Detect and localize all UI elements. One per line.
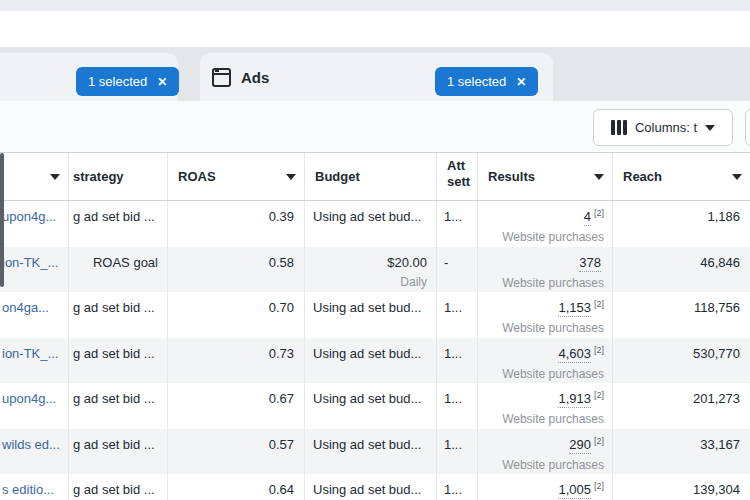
roas-cell: 0.73 — [168, 338, 305, 384]
bid-strategy-cell: g ad set bid ... — [69, 474, 168, 500]
close-icon[interactable]: ✕ — [157, 76, 167, 88]
column-header-reach[interactable]: Reach — [613, 153, 750, 200]
sort-arrow-icon — [286, 174, 296, 180]
table-header-row: strategy ROAS Budget Att sett Results Re… — [0, 153, 750, 201]
bid-strategy-cell: g ad set bid ... — [69, 429, 168, 475]
attribution-cell: 1... — [437, 474, 478, 500]
table-body: upon4g... g ad set bid ... 0.39 Using ad… — [0, 201, 750, 500]
reach-cell: 1,186 — [613, 201, 750, 247]
ad-name-link[interactable]: s editio... — [2, 482, 54, 497]
columns-icon — [611, 120, 627, 135]
table-row[interactable]: upon4g... g ad set bid ... 0.67 Using ad… — [0, 383, 750, 429]
ads-data-table: strategy ROAS Budget Att sett Results Re… — [0, 152, 750, 500]
level-tabbar: Ads 1 selected ✕ 1 selected ✕ — [0, 47, 750, 101]
sort-arrow-icon — [50, 174, 60, 180]
results-cell: 4[2] Website purchases — [478, 201, 613, 247]
results-value[interactable]: 4 — [584, 209, 591, 226]
results-footnote: [2] — [594, 481, 604, 491]
column-header-roas[interactable]: ROAS — [168, 153, 305, 200]
ad-name-link[interactable]: ion-TK_... — [2, 346, 58, 361]
results-value[interactable]: 290 — [569, 437, 591, 454]
results-cell: 290[2] Website purchases — [478, 429, 613, 475]
columns-button[interactable]: Columns: t — [593, 109, 733, 146]
results-value[interactable]: 1,005 — [558, 482, 591, 499]
results-cell: 4,603[2] Website purchases — [478, 338, 613, 384]
reach-cell: 33,167 — [613, 429, 750, 475]
results-footnote: [2] — [594, 436, 604, 446]
results-type-label: Website purchases — [478, 318, 604, 338]
table-row[interactable]: s editio... g ad set bid ... 0.64 Using … — [0, 474, 750, 500]
selected-filter-badge-left[interactable]: 1 selected ✕ — [76, 67, 179, 96]
results-footnote: [2] — [594, 208, 604, 218]
budget-cell: Using ad set bud... — [305, 474, 437, 500]
attribution-cell: 1... — [437, 292, 478, 338]
roas-cell: 0.39 — [168, 201, 305, 247]
results-type-label: Website purchases — [478, 227, 604, 247]
ad-name-link[interactable]: wilds ed... — [2, 437, 60, 452]
sort-arrow-icon — [594, 174, 604, 180]
tab-ads-label: Ads — [241, 69, 269, 86]
table-row[interactable]: upon4g... g ad set bid ... 0.39 Using ad… — [0, 201, 750, 247]
bid-strategy-cell: g ad set bid ... — [69, 338, 168, 384]
ad-name-link[interactable]: on4ga... — [2, 300, 49, 315]
reach-cell: 118,756 — [613, 292, 750, 338]
results-value[interactable]: 1,913 — [558, 391, 591, 408]
reach-cell: 139,304 — [613, 474, 750, 500]
bid-strategy-cell: ROAS goal — [69, 247, 168, 293]
ad-name-link[interactable]: upon4g... — [2, 391, 56, 406]
table-row[interactable]: on4ga... g ad set bid ... 0.70 Using ad … — [0, 292, 750, 338]
results-cell: 378 Website purchases — [478, 247, 613, 293]
bid-strategy-cell: g ad set bid ... — [69, 383, 168, 429]
budget-period-label: Daily — [307, 272, 427, 292]
reach-cell: 201,273 — [613, 383, 750, 429]
results-value[interactable]: 378 — [579, 255, 601, 272]
results-type-label: Website purchases — [478, 455, 604, 475]
column-header-name[interactable] — [0, 153, 69, 200]
scrollbar-thumb[interactable] — [0, 153, 4, 287]
column-header-attribution[interactable]: Att sett — [437, 153, 478, 200]
roas-cell: 0.70 — [168, 292, 305, 338]
breakdown-button-partial[interactable] — [745, 109, 750, 146]
results-cell: 1,005[2] Website purchases — [478, 474, 613, 500]
results-cell: 1,153[2] Website purchases — [478, 292, 613, 338]
results-value[interactable]: 4,603 — [558, 346, 591, 363]
attribution-cell: 1... — [437, 429, 478, 475]
budget-cell: Using ad set bud... — [305, 429, 437, 475]
roas-cell: 0.57 — [168, 429, 305, 475]
budget-cell: Using ad set bud... — [305, 338, 437, 384]
attribution-cell: - — [437, 247, 478, 293]
attribution-cell: 1... — [437, 383, 478, 429]
budget-cell: Using ad set bud... — [305, 292, 437, 338]
results-cell: 1,913[2] Website purchases — [478, 383, 613, 429]
close-icon[interactable]: ✕ — [516, 76, 526, 88]
column-header-strategy[interactable]: strategy — [69, 153, 168, 200]
results-value[interactable]: 1,153 — [558, 300, 591, 317]
table-row[interactable]: wilds ed... g ad set bid ... 0.57 Using … — [0, 429, 750, 475]
bid-strategy-cell: g ad set bid ... — [69, 292, 168, 338]
ads-tab-icon — [212, 68, 231, 87]
reach-cell: 530,770 — [613, 338, 750, 384]
roas-cell: 0.58 — [168, 247, 305, 293]
sort-arrow-icon — [732, 174, 742, 180]
ad-name-link[interactable]: upon4g... — [2, 209, 56, 224]
top-chrome-strip — [0, 0, 750, 11]
selected-badge-label: 1 selected — [88, 74, 147, 89]
table-row[interactable]: ion-TK_... g ad set bid ... 0.73 Using a… — [0, 338, 750, 384]
results-footnote: [2] — [594, 299, 604, 309]
column-header-results[interactable]: Results — [478, 153, 613, 200]
table-row[interactable]: ion-TK_... ROAS goal 0.58 $20.00 Daily -… — [0, 247, 750, 293]
ad-name-link[interactable]: ion-TK_... — [2, 255, 58, 270]
selected-badge-label: 1 selected — [447, 74, 506, 89]
reach-cell: 46,846 — [613, 247, 750, 293]
results-footnote: [2] — [594, 390, 604, 400]
column-header-budget[interactable]: Budget — [305, 153, 437, 200]
columns-button-label: Columns: t — [635, 120, 697, 135]
budget-cell: Using ad set bud... — [305, 201, 437, 247]
budget-cell: Using ad set bud... — [305, 383, 437, 429]
roas-cell: 0.64 — [168, 474, 305, 500]
header-spacer — [0, 11, 750, 47]
bid-strategy-cell: g ad set bid ... — [69, 201, 168, 247]
results-type-label: Website purchases — [478, 409, 604, 429]
results-footnote: [2] — [594, 345, 604, 355]
selected-filter-badge-ads[interactable]: 1 selected ✕ — [435, 67, 538, 96]
